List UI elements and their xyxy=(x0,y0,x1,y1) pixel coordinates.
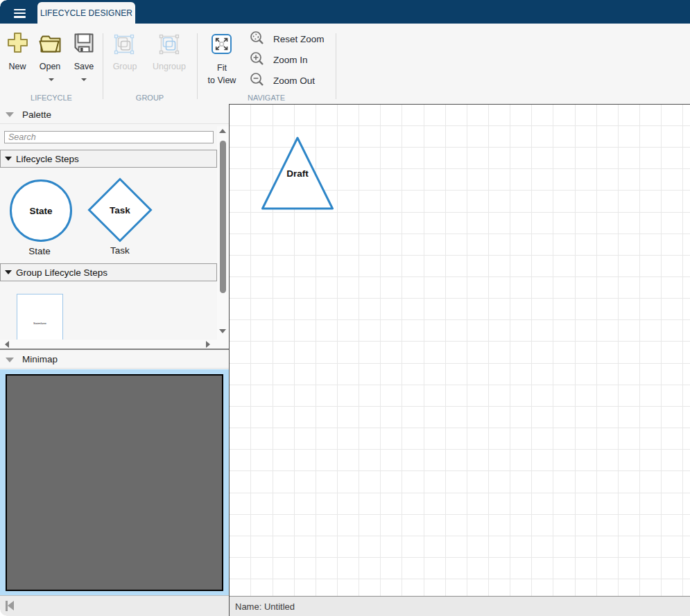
svg-text:Draft: Draft xyxy=(286,168,309,179)
svg-text:Task: Task xyxy=(110,205,130,215)
svg-text:State: State xyxy=(29,206,53,216)
